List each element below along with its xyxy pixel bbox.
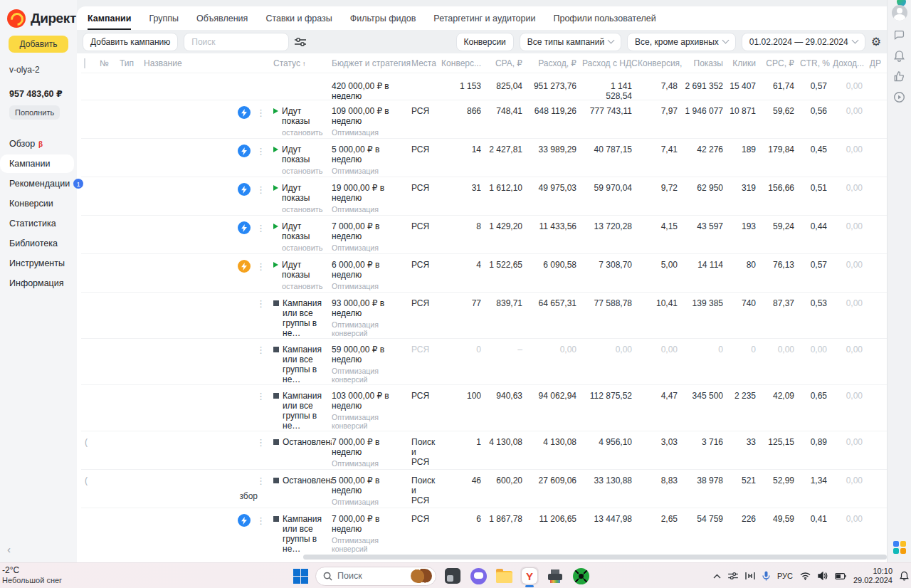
campaign-type-filter[interactable]: Все типы кампаний xyxy=(520,33,621,51)
tray-equalizer-icon[interactable] xyxy=(745,572,755,580)
taskbar-clock[interactable]: 10:10 29.02.2024 xyxy=(853,567,892,585)
logo[interactable]: Директ xyxy=(0,0,77,28)
row-menu-icon[interactable]: ⋮ xyxy=(254,345,268,355)
column-header-cpc[interactable]: CPC, ₽ xyxy=(762,58,800,68)
taskbar-search[interactable]: Поиск xyxy=(315,567,436,586)
row-menu-icon[interactable]: ⋮ xyxy=(254,476,268,486)
sidebar-item-статистика[interactable]: Статистика xyxy=(0,214,74,233)
column-header-spend_vat[interactable]: Расход с НДС... xyxy=(582,58,638,68)
tray-expand-chevron-icon[interactable] xyxy=(713,574,721,579)
thumbs-up-icon[interactable] xyxy=(893,70,906,83)
row-menu-icon[interactable]: ⋮ xyxy=(254,391,268,401)
status-action-link[interactable]: остановить xyxy=(282,167,326,175)
microphone-icon[interactable] xyxy=(762,571,770,581)
search-field[interactable] xyxy=(184,33,289,51)
tab-кампании[interactable]: Кампании xyxy=(88,14,131,23)
sidebar-collapse-button[interactable]: ‹ xyxy=(7,543,11,555)
tab-ретаргетинг и аудитории[interactable]: Ретаргетинг и аудитории xyxy=(433,14,535,23)
gear-icon[interactable]: ⚙ xyxy=(871,36,881,48)
sidebar-item-информация[interactable]: Информация xyxy=(0,274,74,293)
sidebar-item-обзор[interactable]: Обзорβ xyxy=(0,135,74,153)
sidebar-item-кампании[interactable]: Кампании xyxy=(0,154,74,173)
status-action-link[interactable]: остановить xyxy=(282,282,326,290)
column-header-dr[interactable]: ДР xyxy=(868,58,887,68)
taskbar-app-messenger[interactable] xyxy=(469,567,488,585)
name-cell-controls: ⋮ xyxy=(254,345,268,355)
bell-icon[interactable] xyxy=(893,49,906,62)
row-menu-icon[interactable]: ⋮ xyxy=(254,223,268,233)
sidebar-item-рекомендации[interactable]: Рекомендации1 xyxy=(0,174,74,193)
status-action-link[interactable]: остановить xyxy=(282,128,326,137)
row-menu-icon[interactable]: ⋮ xyxy=(254,107,268,118)
status-action-link[interactable]: остановить xyxy=(282,205,326,214)
start-button[interactable] xyxy=(293,569,308,584)
column-header-places[interactable]: Места xyxy=(411,58,441,68)
taskbar-app-dark[interactable] xyxy=(443,567,462,585)
topup-button[interactable]: Пополнить xyxy=(9,105,60,120)
sidebar-item-библиотека[interactable]: Библиотека xyxy=(0,234,74,253)
system-tray: РУС 10:10 29.02.2024 xyxy=(713,563,909,588)
status-action-link[interactable]: остановить xyxy=(282,243,326,252)
column-header-income[interactable]: Доход... xyxy=(833,58,868,68)
column-header-name[interactable]: Название xyxy=(144,58,273,68)
tab-ставки и фразы[interactable]: Ставки и фразы xyxy=(265,14,332,23)
cell-income: 0,00 xyxy=(833,177,868,215)
filter-sliders-icon[interactable] xyxy=(295,37,306,47)
taskbar-app-explorer[interactable] xyxy=(495,567,513,585)
select-all-checkbox[interactable] xyxy=(84,58,85,68)
tab-объявления[interactable]: Объявления xyxy=(196,14,248,23)
taskbar-app-green[interactable] xyxy=(572,567,590,585)
column-header-cpa[interactable]: CPA, ₽ xyxy=(487,58,528,68)
row-menu-icon[interactable]: ⋮ xyxy=(254,298,268,309)
row-menu-icon[interactable]: ⋮ xyxy=(254,146,268,157)
column-header-clicks[interactable]: Клики xyxy=(729,58,762,68)
status-stopped-icon xyxy=(273,347,279,352)
user-avatar[interactable] xyxy=(892,5,907,21)
tray-sliders-icon[interactable] xyxy=(728,572,738,580)
column-header-ctr[interactable]: CTR, % xyxy=(800,58,833,68)
status-text: Идут показы xyxy=(282,221,326,241)
cell-type xyxy=(120,100,144,138)
wifi-icon[interactable] xyxy=(800,572,811,580)
notification-bell-icon[interactable] xyxy=(900,571,909,581)
campaign-row: (⋮Остановлена7 000,00 ₽ в неделюОптимиза… xyxy=(81,431,887,469)
taskbar-app-scanner[interactable] xyxy=(546,567,564,585)
column-header-type[interactable]: Тип xyxy=(120,58,144,68)
row-menu-icon[interactable]: ⋮ xyxy=(254,437,268,448)
tab-профили пользователей[interactable]: Профили пользователей xyxy=(553,14,655,23)
column-header-budget[interactable]: Бюджет и стратегия xyxy=(332,58,411,68)
row-menu-icon[interactable]: ⋮ xyxy=(254,515,268,526)
column-header-conv[interactable]: Конверс... xyxy=(441,58,487,68)
chat-icon[interactable] xyxy=(893,28,906,41)
taskbar-app-yandex-browser[interactable]: Y xyxy=(520,567,539,585)
language-indicator[interactable]: РУС xyxy=(777,572,793,580)
rail-widget-icons[interactable] xyxy=(893,541,906,554)
search-input[interactable] xyxy=(191,37,281,47)
play-circle-icon[interactable] xyxy=(893,90,906,103)
tab-фильтры фидов[interactable]: Фильтры фидов xyxy=(350,14,416,23)
search-highlight-icon[interactable] xyxy=(411,569,432,583)
archive-filter[interactable]: Все, кроме архивных xyxy=(627,33,736,51)
column-header-status[interactable]: Статус ↑ xyxy=(273,58,332,68)
tab-группы[interactable]: Группы xyxy=(149,14,179,23)
battery-icon[interactable] xyxy=(835,573,846,579)
sidebar-item-конверсии[interactable]: Конверсии xyxy=(0,194,74,213)
conversions-button[interactable]: Конверсии xyxy=(456,33,514,51)
add-campaign-button[interactable]: Добавить кампанию xyxy=(83,33,178,51)
campaign-status: Остановлена xyxy=(273,476,326,485)
add-button[interactable]: Добавить xyxy=(9,36,68,53)
account-name[interactable]: v-olya-2 xyxy=(0,53,77,75)
date-range-picker[interactable]: 01.02.2024 — 29.02.2024 xyxy=(742,33,865,51)
column-header-num[interactable]: № xyxy=(100,58,120,68)
sidebar-item-инструменты[interactable]: Инструменты xyxy=(0,254,74,273)
row-menu-icon[interactable]: ⋮ xyxy=(254,261,268,272)
horizontal-scrollbar[interactable] xyxy=(303,555,887,560)
column-header-spend[interactable]: Расход, ₽ xyxy=(528,58,582,68)
column-header-check[interactable] xyxy=(81,58,100,68)
speaker-icon[interactable] xyxy=(818,572,828,580)
weather-widget[interactable]: -2°C Небольшой снег xyxy=(2,565,62,585)
column-header-conv_pct[interactable]: Конверсия, % xyxy=(638,58,683,68)
row-menu-icon[interactable]: ⋮ xyxy=(254,184,268,195)
column-header-shows[interactable]: Показы xyxy=(683,58,729,68)
cell-ctr: 0,00 xyxy=(800,339,833,384)
